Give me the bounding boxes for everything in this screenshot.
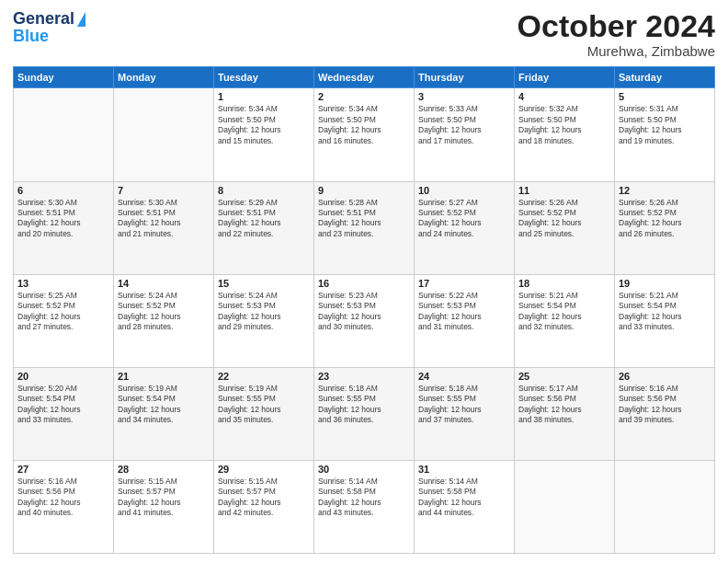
day-info: Sunrise: 5:30 AM Sunset: 5:51 PM Dayligh… bbox=[118, 198, 210, 240]
day-number: 20 bbox=[17, 371, 109, 382]
day-number: 31 bbox=[418, 464, 510, 475]
calendar-header-sunday: Sunday bbox=[14, 67, 114, 88]
day-number: 22 bbox=[218, 371, 310, 382]
day-number: 16 bbox=[318, 278, 410, 289]
calendar-cell bbox=[615, 460, 715, 553]
day-number: 1 bbox=[218, 91, 310, 102]
day-info: Sunrise: 5:19 AM Sunset: 5:54 PM Dayligh… bbox=[118, 384, 210, 426]
day-info: Sunrise: 5:15 AM Sunset: 5:57 PM Dayligh… bbox=[218, 477, 310, 519]
day-info: Sunrise: 5:28 AM Sunset: 5:51 PM Dayligh… bbox=[318, 198, 410, 240]
day-info: Sunrise: 5:15 AM Sunset: 5:57 PM Dayligh… bbox=[118, 477, 210, 519]
calendar-cell: 19Sunrise: 5:21 AM Sunset: 5:54 PM Dayli… bbox=[615, 274, 715, 367]
day-info: Sunrise: 5:23 AM Sunset: 5:53 PM Dayligh… bbox=[318, 291, 410, 333]
day-info: Sunrise: 5:29 AM Sunset: 5:51 PM Dayligh… bbox=[218, 198, 310, 240]
calendar-header-wednesday: Wednesday bbox=[314, 67, 415, 88]
calendar-week-row: 27Sunrise: 5:16 AM Sunset: 5:56 PM Dayli… bbox=[14, 460, 715, 553]
calendar-cell: 14Sunrise: 5:24 AM Sunset: 5:52 PM Dayli… bbox=[114, 274, 214, 367]
month-year: October 2024 bbox=[518, 9, 715, 43]
day-info: Sunrise: 5:34 AM Sunset: 5:50 PM Dayligh… bbox=[218, 104, 310, 146]
day-info: Sunrise: 5:20 AM Sunset: 5:54 PM Dayligh… bbox=[17, 384, 109, 426]
calendar-cell: 9Sunrise: 5:28 AM Sunset: 5:51 PM Daylig… bbox=[314, 181, 415, 274]
day-number: 30 bbox=[318, 464, 410, 475]
calendar-cell: 16Sunrise: 5:23 AM Sunset: 5:53 PM Dayli… bbox=[314, 274, 415, 367]
calendar-cell: 30Sunrise: 5:14 AM Sunset: 5:58 PM Dayli… bbox=[314, 460, 415, 553]
day-number: 2 bbox=[318, 91, 410, 102]
calendar-cell: 18Sunrise: 5:21 AM Sunset: 5:54 PM Dayli… bbox=[515, 274, 615, 367]
logo-triangle-icon bbox=[77, 12, 85, 27]
calendar-header-monday: Monday bbox=[114, 67, 214, 88]
day-number: 4 bbox=[518, 91, 610, 102]
calendar-cell: 3Sunrise: 5:33 AM Sunset: 5:50 PM Daylig… bbox=[415, 88, 515, 181]
calendar-cell: 24Sunrise: 5:18 AM Sunset: 5:55 PM Dayli… bbox=[415, 367, 515, 460]
day-number: 13 bbox=[17, 278, 109, 289]
day-number: 6 bbox=[17, 185, 109, 196]
day-number: 9 bbox=[318, 185, 410, 196]
calendar-cell: 6Sunrise: 5:30 AM Sunset: 5:51 PM Daylig… bbox=[14, 181, 114, 274]
day-info: Sunrise: 5:16 AM Sunset: 5:56 PM Dayligh… bbox=[17, 477, 109, 519]
day-info: Sunrise: 5:21 AM Sunset: 5:54 PM Dayligh… bbox=[619, 291, 711, 333]
calendar-cell: 13Sunrise: 5:25 AM Sunset: 5:52 PM Dayli… bbox=[14, 274, 114, 367]
day-info: Sunrise: 5:17 AM Sunset: 5:56 PM Dayligh… bbox=[518, 384, 610, 426]
day-info: Sunrise: 5:16 AM Sunset: 5:56 PM Dayligh… bbox=[619, 384, 711, 426]
calendar-cell bbox=[114, 88, 214, 181]
calendar-week-row: 20Sunrise: 5:20 AM Sunset: 5:54 PM Dayli… bbox=[14, 367, 715, 460]
day-info: Sunrise: 5:31 AM Sunset: 5:50 PM Dayligh… bbox=[619, 104, 711, 146]
calendar-header-thursday: Thursday bbox=[415, 67, 515, 88]
day-info: Sunrise: 5:26 AM Sunset: 5:52 PM Dayligh… bbox=[619, 198, 711, 240]
calendar-cell: 15Sunrise: 5:24 AM Sunset: 5:53 PM Dayli… bbox=[214, 274, 314, 367]
day-info: Sunrise: 5:19 AM Sunset: 5:55 PM Dayligh… bbox=[218, 384, 310, 426]
calendar-header-saturday: Saturday bbox=[615, 67, 715, 88]
day-info: Sunrise: 5:32 AM Sunset: 5:50 PM Dayligh… bbox=[518, 104, 610, 146]
calendar-cell: 7Sunrise: 5:30 AM Sunset: 5:51 PM Daylig… bbox=[114, 181, 214, 274]
calendar-week-row: 13Sunrise: 5:25 AM Sunset: 5:52 PM Dayli… bbox=[14, 274, 715, 367]
day-info: Sunrise: 5:14 AM Sunset: 5:58 PM Dayligh… bbox=[318, 477, 410, 519]
day-number: 7 bbox=[118, 185, 210, 196]
calendar-cell: 10Sunrise: 5:27 AM Sunset: 5:52 PM Dayli… bbox=[415, 181, 515, 274]
calendar-cell: 25Sunrise: 5:17 AM Sunset: 5:56 PM Dayli… bbox=[515, 367, 615, 460]
calendar-cell: 5Sunrise: 5:31 AM Sunset: 5:50 PM Daylig… bbox=[615, 88, 715, 181]
calendar-cell: 31Sunrise: 5:14 AM Sunset: 5:58 PM Dayli… bbox=[415, 460, 515, 553]
calendar-cell: 20Sunrise: 5:20 AM Sunset: 5:54 PM Dayli… bbox=[14, 367, 114, 460]
day-number: 15 bbox=[218, 278, 310, 289]
day-info: Sunrise: 5:21 AM Sunset: 5:54 PM Dayligh… bbox=[518, 291, 610, 333]
day-number: 5 bbox=[619, 91, 711, 102]
calendar-cell: 26Sunrise: 5:16 AM Sunset: 5:56 PM Dayli… bbox=[615, 367, 715, 460]
day-number: 17 bbox=[418, 278, 510, 289]
day-number: 27 bbox=[17, 464, 109, 475]
day-number: 14 bbox=[118, 278, 210, 289]
day-info: Sunrise: 5:18 AM Sunset: 5:55 PM Dayligh… bbox=[318, 384, 410, 426]
calendar-cell bbox=[515, 460, 615, 553]
day-number: 12 bbox=[619, 185, 711, 196]
calendar-cell: 11Sunrise: 5:26 AM Sunset: 5:52 PM Dayli… bbox=[515, 181, 615, 274]
page-container: General Blue October 2024 Murehwa, Zimba… bbox=[0, 0, 728, 563]
calendar-week-row: 6Sunrise: 5:30 AM Sunset: 5:51 PM Daylig… bbox=[14, 181, 715, 274]
calendar-cell: 22Sunrise: 5:19 AM Sunset: 5:55 PM Dayli… bbox=[214, 367, 314, 460]
day-info: Sunrise: 5:27 AM Sunset: 5:52 PM Dayligh… bbox=[418, 198, 510, 240]
calendar-table: SundayMondayTuesdayWednesdayThursdayFrid… bbox=[13, 66, 715, 554]
calendar-cell: 2Sunrise: 5:34 AM Sunset: 5:50 PM Daylig… bbox=[314, 88, 415, 181]
day-number: 25 bbox=[518, 371, 610, 382]
day-number: 19 bbox=[619, 278, 711, 289]
logo-blue: Blue bbox=[13, 27, 49, 46]
calendar-header-tuesday: Tuesday bbox=[214, 67, 314, 88]
day-number: 29 bbox=[218, 464, 310, 475]
calendar-header-friday: Friday bbox=[515, 67, 615, 88]
calendar-week-row: 1Sunrise: 5:34 AM Sunset: 5:50 PM Daylig… bbox=[14, 88, 715, 181]
logo-general: General bbox=[13, 9, 74, 29]
calendar-cell: 27Sunrise: 5:16 AM Sunset: 5:56 PM Dayli… bbox=[14, 460, 114, 553]
day-number: 28 bbox=[118, 464, 210, 475]
calendar-cell: 1Sunrise: 5:34 AM Sunset: 5:50 PM Daylig… bbox=[214, 88, 314, 181]
day-number: 21 bbox=[118, 371, 210, 382]
location: Murehwa, Zimbabwe bbox=[518, 43, 715, 59]
day-number: 23 bbox=[318, 371, 410, 382]
header: General Blue October 2024 Murehwa, Zimba… bbox=[13, 9, 715, 59]
calendar-cell: 12Sunrise: 5:26 AM Sunset: 5:52 PM Dayli… bbox=[615, 181, 715, 274]
day-number: 8 bbox=[218, 185, 310, 196]
day-number: 11 bbox=[518, 185, 610, 196]
day-info: Sunrise: 5:25 AM Sunset: 5:52 PM Dayligh… bbox=[17, 291, 109, 333]
day-info: Sunrise: 5:33 AM Sunset: 5:50 PM Dayligh… bbox=[418, 104, 510, 146]
calendar-cell: 29Sunrise: 5:15 AM Sunset: 5:57 PM Dayli… bbox=[214, 460, 314, 553]
day-number: 10 bbox=[418, 185, 510, 196]
day-info: Sunrise: 5:34 AM Sunset: 5:50 PM Dayligh… bbox=[318, 104, 410, 146]
calendar-cell: 28Sunrise: 5:15 AM Sunset: 5:57 PM Dayli… bbox=[114, 460, 214, 553]
